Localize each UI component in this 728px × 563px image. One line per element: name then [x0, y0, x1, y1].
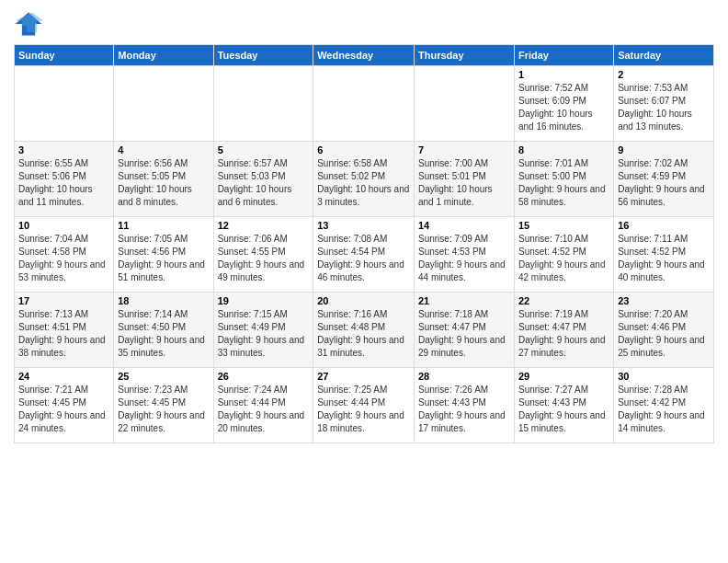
day-number: 18: [118, 295, 209, 306]
day-info: Sunrise: 7:02 AM Sunset: 4:59 PM Dayligh…: [618, 157, 710, 209]
calendar-cell: 21Sunrise: 7:18 AM Sunset: 4:47 PM Dayli…: [415, 293, 515, 368]
day-info: Sunrise: 7:14 AM Sunset: 4:50 PM Dayligh…: [118, 308, 209, 360]
day-info: Sunrise: 6:57 AM Sunset: 5:03 PM Dayligh…: [218, 157, 310, 209]
day-number: 4: [118, 144, 209, 155]
calendar-cell: 6Sunrise: 6:58 AM Sunset: 5:02 PM Daylig…: [313, 142, 415, 217]
logo: [14, 9, 47, 39]
day-info: Sunrise: 7:11 AM Sunset: 4:52 PM Dayligh…: [618, 233, 710, 284]
day-info: Sunrise: 7:06 AM Sunset: 4:55 PM Dayligh…: [218, 233, 310, 284]
day-number: 26: [218, 371, 310, 382]
calendar-cell: 19Sunrise: 7:15 AM Sunset: 4:49 PM Dayli…: [213, 293, 313, 368]
day-info: Sunrise: 6:56 AM Sunset: 5:05 PM Dayligh…: [118, 157, 209, 209]
day-number: 16: [618, 220, 710, 231]
day-number: 7: [418, 144, 510, 155]
calendar-cell: 24Sunrise: 7:21 AM Sunset: 4:45 PM Dayli…: [15, 368, 114, 443]
calendar-day-header: Monday: [114, 45, 213, 66]
day-info: Sunrise: 7:24 AM Sunset: 4:44 PM Dayligh…: [218, 384, 310, 435]
day-info: Sunrise: 6:55 AM Sunset: 5:06 PM Dayligh…: [18, 157, 109, 209]
day-number: 9: [618, 144, 710, 155]
day-number: 10: [18, 220, 109, 231]
day-info: Sunrise: 7:08 AM Sunset: 4:54 PM Dayligh…: [317, 233, 410, 284]
day-number: 24: [18, 371, 109, 382]
day-info: Sunrise: 7:05 AM Sunset: 4:56 PM Dayligh…: [118, 233, 209, 284]
calendar-cell: 15Sunrise: 7:10 AM Sunset: 4:52 PM Dayli…: [514, 217, 613, 293]
day-info: Sunrise: 7:53 AM Sunset: 6:07 PM Dayligh…: [618, 82, 710, 133]
calendar-cell: [415, 66, 515, 142]
logo-icon: [14, 9, 43, 39]
day-info: Sunrise: 7:13 AM Sunset: 4:51 PM Dayligh…: [18, 308, 109, 360]
calendar-cell: 14Sunrise: 7:09 AM Sunset: 4:53 PM Dayli…: [415, 217, 515, 293]
day-info: Sunrise: 7:26 AM Sunset: 4:43 PM Dayligh…: [418, 384, 510, 435]
day-info: Sunrise: 7:16 AM Sunset: 4:48 PM Dayligh…: [317, 308, 410, 360]
calendar-cell: [15, 66, 114, 142]
calendar-cell: 8Sunrise: 7:01 AM Sunset: 5:00 PM Daylig…: [514, 142, 613, 217]
calendar-cell: [114, 66, 213, 142]
day-info: Sunrise: 7:27 AM Sunset: 4:43 PM Dayligh…: [518, 384, 609, 435]
day-info: Sunrise: 6:58 AM Sunset: 5:02 PM Dayligh…: [317, 157, 410, 209]
calendar-cell: 23Sunrise: 7:20 AM Sunset: 4:46 PM Dayli…: [614, 293, 714, 368]
day-info: Sunrise: 7:25 AM Sunset: 4:44 PM Dayligh…: [317, 384, 410, 435]
calendar-day-header: Thursday: [415, 45, 515, 66]
calendar-cell: 25Sunrise: 7:23 AM Sunset: 4:45 PM Dayli…: [114, 368, 213, 443]
calendar-day-header: Wednesday: [313, 45, 415, 66]
calendar-cell: 4Sunrise: 6:56 AM Sunset: 5:05 PM Daylig…: [114, 142, 213, 217]
day-number: 21: [418, 295, 510, 306]
day-number: 11: [118, 220, 209, 231]
calendar-header-row: SundayMondayTuesdayWednesdayThursdayFrid…: [15, 45, 714, 66]
day-number: 22: [518, 295, 609, 306]
header: [14, 9, 714, 39]
calendar-day-header: Tuesday: [213, 45, 313, 66]
calendar-cell: 1Sunrise: 7:52 AM Sunset: 6:09 PM Daylig…: [514, 66, 613, 142]
day-number: 17: [18, 295, 109, 306]
calendar-cell: 27Sunrise: 7:25 AM Sunset: 4:44 PM Dayli…: [313, 368, 415, 443]
day-info: Sunrise: 7:23 AM Sunset: 4:45 PM Dayligh…: [118, 384, 209, 435]
day-info: Sunrise: 7:21 AM Sunset: 4:45 PM Dayligh…: [18, 384, 109, 435]
calendar-day-header: Friday: [514, 45, 613, 66]
day-info: Sunrise: 7:10 AM Sunset: 4:52 PM Dayligh…: [518, 233, 609, 284]
calendar-week-row: 1Sunrise: 7:52 AM Sunset: 6:09 PM Daylig…: [15, 66, 714, 142]
day-number: 27: [317, 371, 410, 382]
day-number: 8: [518, 144, 609, 155]
day-number: 29: [518, 371, 609, 382]
day-info: Sunrise: 7:15 AM Sunset: 4:49 PM Dayligh…: [218, 308, 310, 360]
calendar-cell: 20Sunrise: 7:16 AM Sunset: 4:48 PM Dayli…: [313, 293, 415, 368]
day-number: 1: [518, 69, 609, 80]
day-number: 2: [618, 69, 710, 80]
calendar-cell: 29Sunrise: 7:27 AM Sunset: 4:43 PM Dayli…: [514, 368, 613, 443]
calendar-cell: 12Sunrise: 7:06 AM Sunset: 4:55 PM Dayli…: [213, 217, 313, 293]
day-number: 30: [618, 371, 710, 382]
day-info: Sunrise: 7:19 AM Sunset: 4:47 PM Dayligh…: [518, 308, 609, 360]
calendar-cell: 17Sunrise: 7:13 AM Sunset: 4:51 PM Dayli…: [15, 293, 114, 368]
calendar-cell: 13Sunrise: 7:08 AM Sunset: 4:54 PM Dayli…: [313, 217, 415, 293]
calendar-cell: 28Sunrise: 7:26 AM Sunset: 4:43 PM Dayli…: [415, 368, 515, 443]
day-info: Sunrise: 7:20 AM Sunset: 4:46 PM Dayligh…: [618, 308, 710, 360]
day-number: 28: [418, 371, 510, 382]
day-number: 19: [218, 295, 310, 306]
day-info: Sunrise: 7:18 AM Sunset: 4:47 PM Dayligh…: [418, 308, 510, 360]
day-info: Sunrise: 7:00 AM Sunset: 5:01 PM Dayligh…: [418, 157, 510, 209]
calendar-table: SundayMondayTuesdayWednesdayThursdayFrid…: [14, 44, 714, 443]
day-number: 23: [618, 295, 710, 306]
calendar-week-row: 24Sunrise: 7:21 AM Sunset: 4:45 PM Dayli…: [15, 368, 714, 443]
calendar-cell: 2Sunrise: 7:53 AM Sunset: 6:07 PM Daylig…: [614, 66, 714, 142]
calendar-cell: 30Sunrise: 7:28 AM Sunset: 4:42 PM Dayli…: [614, 368, 714, 443]
day-info: Sunrise: 7:04 AM Sunset: 4:58 PM Dayligh…: [18, 233, 109, 284]
calendar-cell: 11Sunrise: 7:05 AM Sunset: 4:56 PM Dayli…: [114, 217, 213, 293]
calendar-cell: 10Sunrise: 7:04 AM Sunset: 4:58 PM Dayli…: [15, 217, 114, 293]
day-number: 20: [317, 295, 410, 306]
day-info: Sunrise: 7:28 AM Sunset: 4:42 PM Dayligh…: [618, 384, 710, 435]
calendar-week-row: 3Sunrise: 6:55 AM Sunset: 5:06 PM Daylig…: [15, 142, 714, 217]
calendar-cell: [213, 66, 313, 142]
calendar-cell: 26Sunrise: 7:24 AM Sunset: 4:44 PM Dayli…: [213, 368, 313, 443]
day-number: 25: [118, 371, 209, 382]
calendar-cell: 16Sunrise: 7:11 AM Sunset: 4:52 PM Dayli…: [614, 217, 714, 293]
day-info: Sunrise: 7:09 AM Sunset: 4:53 PM Dayligh…: [418, 233, 510, 284]
calendar-cell: 5Sunrise: 6:57 AM Sunset: 5:03 PM Daylig…: [213, 142, 313, 217]
page-container: SundayMondayTuesdayWednesdayThursdayFrid…: [0, 0, 728, 453]
calendar-cell: [313, 66, 415, 142]
calendar-cell: 7Sunrise: 7:00 AM Sunset: 5:01 PM Daylig…: [415, 142, 515, 217]
day-info: Sunrise: 7:01 AM Sunset: 5:00 PM Dayligh…: [518, 157, 609, 209]
calendar-week-row: 17Sunrise: 7:13 AM Sunset: 4:51 PM Dayli…: [15, 293, 714, 368]
day-number: 14: [418, 220, 510, 231]
day-info: Sunrise: 7:52 AM Sunset: 6:09 PM Dayligh…: [518, 82, 609, 133]
